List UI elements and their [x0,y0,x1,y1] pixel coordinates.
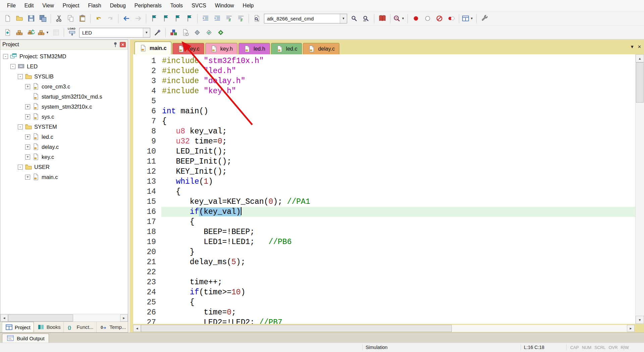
uncomment-button[interactable]: // [235,13,246,24]
code-line[interactable]: 14 { [133,187,635,197]
indent-right-button[interactable] [212,13,223,24]
wrench-button[interactable] [479,13,490,24]
new-file-button[interactable] [2,13,13,24]
chevron-down-icon[interactable]: ▼ [401,17,405,20]
vscroll-track[interactable] [636,62,644,316]
translate-button[interactable] [2,27,13,38]
menu-view[interactable]: View [38,1,58,11]
expand-icon[interactable]: + [25,155,30,160]
scroll-up-arrow[interactable]: ▲ [636,54,644,62]
scroll-right-arrow[interactable]: ► [627,325,635,332]
code-line[interactable]: 12 KEY_Init(); [133,167,635,177]
menu-peripherals[interactable]: Peripherals [130,1,166,11]
code-line[interactable]: 20 } [133,247,635,257]
hscroll-thumb[interactable] [8,314,73,321]
open-folder-button[interactable] [14,13,25,24]
menu-flash[interactable]: Flash [84,1,106,11]
code-line[interactable]: 5 [133,96,635,106]
expand-icon[interactable]: + [25,134,30,139]
chevron-down-icon[interactable]: ▼ [340,14,347,23]
collapse-icon[interactable]: - [18,124,23,129]
chevron-down-icon[interactable]: ▼ [470,17,474,20]
incremental-find-button[interactable]: ab [361,13,372,24]
menu-help[interactable]: Help [238,1,258,11]
editor-tab-led-h[interactable]: led.h [238,43,270,54]
code-line[interactable]: 1#include "stm32f10x.h" [133,56,635,66]
expand-icon[interactable]: + [25,114,30,119]
expand-icon[interactable]: + [25,144,30,150]
tree-item-user[interactable]: -USER [0,162,128,172]
chevron-down-icon[interactable]: ▼ [143,28,150,37]
code-line[interactable]: 6int main() [133,106,635,116]
flag-prev-button[interactable] [160,13,171,24]
code-line[interactable]: 25 { [133,297,635,307]
collapse-icon[interactable]: - [10,64,15,69]
menu-window[interactable]: Window [211,1,238,11]
scroll-right-arrow[interactable]: ► [120,314,128,321]
bp-toggle-button[interactable] [410,13,421,24]
code-line[interactable]: 22 [133,267,635,277]
save-button[interactable] [25,13,37,24]
expand-icon[interactable]: + [25,175,30,180]
hscroll-thumb[interactable] [141,325,452,332]
hscroll-track[interactable] [141,325,627,332]
code-line[interactable]: 18 BEEP=!BEEP; [133,227,635,237]
menu-debug[interactable]: Debug [106,1,130,11]
tree-item-led-c[interactable]: +led.c [0,132,128,142]
panel-tab-project[interactable]: Project [2,322,34,332]
find-combo[interactable]: atk_8266_send_cmd▼ [264,14,347,23]
menu-project[interactable]: Project [58,1,84,11]
expand-icon[interactable]: + [25,84,30,89]
tree-item-core-cm3-c[interactable]: +core_cm3.c [0,81,128,92]
code-line[interactable]: 9 u32 time=0; [133,136,635,146]
tab-close-icon[interactable]: ✕ [638,44,641,49]
collapse-icon[interactable]: - [18,74,23,79]
comment-button[interactable]: // [223,13,234,24]
cut-button[interactable] [53,13,64,24]
select-packs-button[interactable] [203,27,214,38]
code-line[interactable]: 8 u8 key_val; [133,126,635,136]
chevron-down-icon[interactable]: ▼ [45,31,50,34]
tree-item-project-stm32md[interactable]: -Project: STM32MD [0,51,128,61]
target-combo[interactable]: LED▼ [79,28,150,38]
bp-disable-button[interactable] [422,13,433,24]
code-line[interactable]: 7{ [133,116,635,126]
editor-tab-key-h[interactable]: key.h [205,43,237,54]
scroll-left-arrow[interactable]: ◄ [133,325,141,332]
collapse-icon[interactable]: - [3,54,8,59]
code-line[interactable]: 16 if(key_val) [133,207,635,217]
editor-tab-led-c[interactable]: led.c [271,43,302,54]
batch-build-button[interactable]: ▼ [37,27,50,38]
save-all-button[interactable] [37,13,48,24]
menu-svcs[interactable]: SVCS [187,1,211,11]
panel-tab-books[interactable]: Books [34,322,64,332]
panel-tab-funct-[interactable]: {}Funct... [64,322,97,332]
menu-file[interactable]: File [3,1,20,11]
code-line[interactable]: 24 if(time>=10) [133,287,635,297]
paste-button[interactable] [77,13,88,24]
tree-item-key-c[interactable]: +key.c [0,152,128,162]
tree-item-main-c[interactable]: +main.c [0,172,128,182]
menu-edit[interactable]: Edit [20,1,38,11]
flag-toggle-button[interactable] [149,13,160,24]
code-line[interactable]: 4#include "key.h" [133,86,635,96]
code-line[interactable]: 13 while(1) [133,177,635,187]
find-next-button[interactable] [349,13,360,24]
tab-list-chevron-icon[interactable]: ▼ [630,44,634,49]
code-line[interactable]: 21 delay_ms(5); [133,257,635,267]
pack-installer-button[interactable] [192,27,203,38]
code-line[interactable]: 15 key_val=KEY_Scan(0); //PA1 [133,197,635,207]
menu-tools[interactable]: Tools [166,1,187,11]
code-line[interactable]: 2#include "led.h" [133,66,635,76]
editor-tab-delay-c[interactable]: delay.c [303,43,339,54]
panel-close-icon[interactable]: × [120,42,126,47]
tree-item-sys-c[interactable]: +sys.c [0,112,128,122]
code-line[interactable]: 10 LED_Init(); [133,146,635,157]
code-line[interactable]: 23 time++; [133,277,635,287]
flag-clear-button[interactable] [184,13,195,24]
expand-icon[interactable]: + [25,104,30,109]
code-line[interactable]: 11 BEEP_Init(); [133,157,635,167]
collapse-icon[interactable]: - [18,165,23,170]
book-find-button[interactable] [377,13,388,24]
tree-item-syslib[interactable]: -SYSLIB [0,71,128,81]
